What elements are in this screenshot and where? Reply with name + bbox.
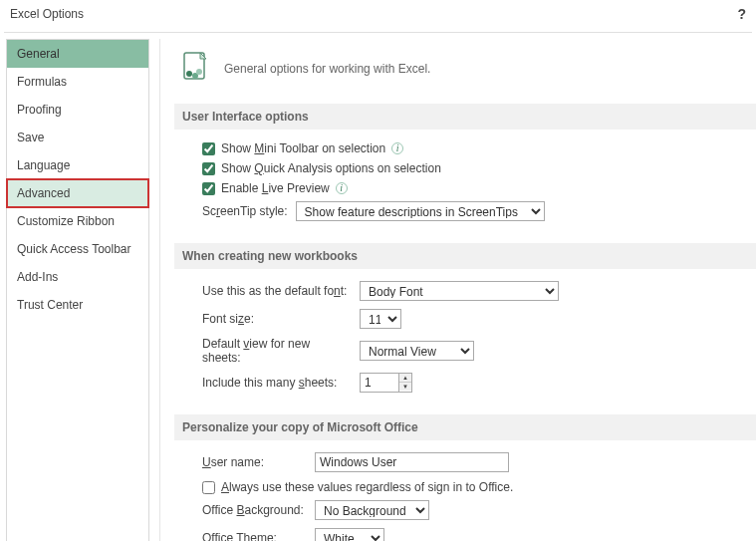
title-divider [4,32,752,33]
checkbox-quick-analysis[interactable]: Show Quick Analysis options on selection [202,161,756,175]
settings-icon [180,51,212,86]
background-select[interactable]: No Background [315,500,429,520]
font-size-select[interactable]: 11 [360,309,401,329]
username-input[interactable] [315,452,509,472]
section-body-ui: Show Mini Toolbar on selection i Show Qu… [174,141,756,243]
page-subtitle: General options for working with Excel. [224,62,430,76]
screentip-select[interactable]: Show feature descriptions in ScreenTips [296,201,545,221]
title-bar: Excel Options ? [0,0,756,32]
sidebar-item-language[interactable]: Language [7,151,148,179]
sidebar-item-proofing[interactable]: Proofing [7,96,148,124]
section-body-workbooks: Use this as the default font: Body Font … [174,281,756,414]
default-view-label: Default view for new sheets: [202,337,352,365]
checkbox-live-preview[interactable]: Enable Live Preview i [202,181,756,195]
page-header: General options for working with Excel. [180,51,756,86]
info-icon[interactable]: i [391,142,403,154]
theme-label: Office Theme: [202,531,307,541]
svg-point-3 [196,69,202,75]
content-panel: General options for working with Excel. … [159,39,756,541]
sidebar-item-quick-access-toolbar[interactable]: Quick Access Toolbar [7,235,148,263]
sidebar-item-advanced[interactable]: Advanced [7,179,148,207]
checkbox-mini-toolbar[interactable]: Show Mini Toolbar on selection i [202,141,756,155]
checkbox-always-use-input[interactable] [202,481,215,494]
section-body-personalize: User name: Always use these values regar… [174,452,756,541]
spinner-up-icon[interactable]: ▲ [399,374,411,383]
sheets-label: Include this many sheets: [202,376,352,390]
info-icon[interactable]: i [336,182,348,194]
sidebar-item-save[interactable]: Save [7,124,148,151]
sidebar-item-general[interactable]: General [7,40,148,68]
sidebar-item-trust-center[interactable]: Trust Center [7,291,148,319]
checkbox-quick-analysis-input[interactable] [202,162,215,175]
checkbox-always-use[interactable]: Always use these values regardless of si… [202,480,756,494]
background-label: Office Background: [202,503,307,517]
sidebar-item-customize-ribbon[interactable]: Customize Ribbon [7,207,148,235]
help-icon[interactable]: ? [737,6,746,22]
sheets-input[interactable] [360,373,399,393]
sidebar-item-add-ins[interactable]: Add-Ins [7,263,148,291]
sidebar: General Formulas Proofing Save Language … [6,39,149,541]
sheets-spinner[interactable]: ▲▼ [360,373,412,393]
section-heading-workbooks: When creating new workbooks [174,243,756,269]
spinner-down-icon[interactable]: ▼ [399,383,411,391]
default-view-select[interactable]: Normal View [360,341,474,361]
sidebar-item-formulas[interactable]: Formulas [7,68,148,96]
font-size-label: Font size: [202,312,352,326]
section-heading-personalize: Personalize your copy of Microsoft Offic… [174,414,756,440]
screentip-label: ScreenTip style: [202,204,288,218]
svg-point-1 [186,71,192,77]
checkbox-live-preview-input[interactable] [202,182,215,195]
username-label: User name: [202,455,307,469]
theme-select[interactable]: White [315,528,384,541]
main-area: General Formulas Proofing Save Language … [0,39,756,541]
default-font-label: Use this as the default font: [202,284,352,298]
section-heading-ui: User Interface options [174,104,756,130]
checkbox-mini-toolbar-input[interactable] [202,142,215,155]
window-title: Excel Options [10,7,84,21]
spinner-arrows[interactable]: ▲▼ [399,373,412,393]
default-font-select[interactable]: Body Font [360,281,559,301]
